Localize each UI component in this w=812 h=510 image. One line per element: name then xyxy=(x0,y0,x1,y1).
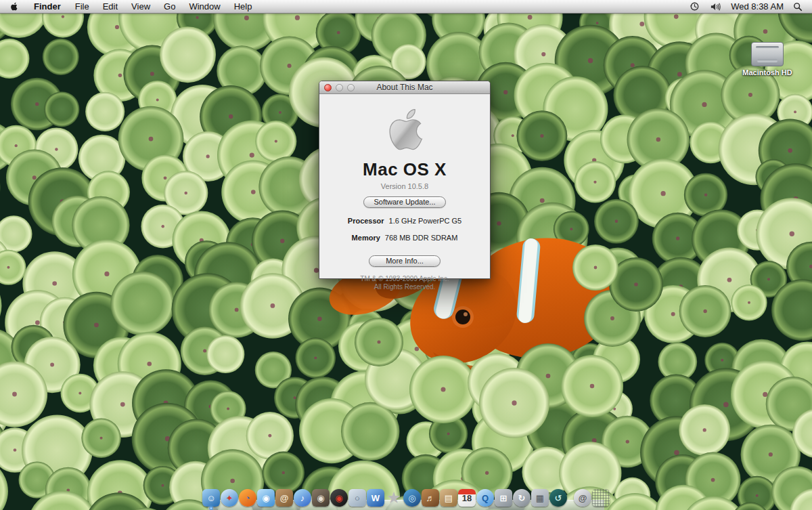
copyright-line1: TM & © 1983-2009 Apple Inc. xyxy=(319,275,490,283)
about-this-mac-window: About This Mac Mac OS X Version 10.5.8 S… xyxy=(319,81,491,279)
isync-icon: ↻ xyxy=(513,489,531,507)
comic-life-icon: ▤ xyxy=(440,489,457,507)
running-indicator xyxy=(210,507,213,510)
dock-item-isync-icon[interactable]: ↻ xyxy=(513,489,531,507)
dock-item-safari-icon[interactable]: ✦ xyxy=(221,489,238,507)
dock-item-itunes-icon[interactable]: ♪ xyxy=(294,489,311,507)
address-book-icon: @ xyxy=(275,489,293,507)
dock: ☺✦◔◉@♪◉◉○W★◎♬▤18Q⊞↻▦↺@ xyxy=(208,483,604,510)
ical-icon: 18 xyxy=(458,489,476,507)
menu-bar: FinderFileEditViewGoWindowHelp Wed 8:38 … xyxy=(0,0,812,14)
processor-row: Processor 1.6 GHz PowerPC G5 xyxy=(319,217,490,225)
preview-icon-glyph: ○ xyxy=(355,493,360,503)
menu-item-help[interactable]: Help xyxy=(227,0,259,13)
dock-item-preview-icon[interactable]: ○ xyxy=(348,489,366,507)
ms-word-icon: W xyxy=(367,489,384,507)
front-row-icon: ⊞ xyxy=(495,489,512,507)
apple-menu[interactable] xyxy=(0,0,26,13)
photo-booth-icon-glyph: ◉ xyxy=(317,493,324,503)
time-machine-icon-glyph: ↺ xyxy=(555,493,562,503)
dock-item-comic-life-icon[interactable]: ▤ xyxy=(440,489,457,507)
garageband-icon-glyph: ♬ xyxy=(426,493,435,503)
imovie-icon: ★ xyxy=(385,489,403,507)
ichat-icon: ◉ xyxy=(257,489,275,507)
desktop-icon-macintosh-hd[interactable]: Macintosh HD xyxy=(739,42,796,77)
volume-menu-icon[interactable] xyxy=(706,0,725,13)
dock-item-front-row-icon[interactable]: ⊞ xyxy=(495,489,512,507)
itunes-icon-glyph: ♪ xyxy=(300,493,305,503)
ical-icon-glyph: 18 xyxy=(462,493,472,503)
webloc-stack-icon-glyph: @ xyxy=(579,493,587,503)
copyright-line2: All Rights Reserved. xyxy=(319,283,490,291)
copyright-text: TM & © 1983-2009 Apple Inc. All Rights R… xyxy=(319,275,490,291)
menu-item-finder[interactable]: Finder xyxy=(26,0,68,13)
comic-life-icon-glyph: ▤ xyxy=(445,493,453,503)
dock-item-ichat-icon[interactable]: ◉ xyxy=(257,489,275,507)
time-machine-icon xyxy=(690,1,700,12)
address-book-icon-glyph: @ xyxy=(280,493,289,503)
dock-item-idvd-icon[interactable]: ◎ xyxy=(403,489,421,507)
dashboard-icon-glyph: ◉ xyxy=(335,493,342,503)
dock-item-photo-booth-icon[interactable]: ◉ xyxy=(312,489,330,507)
os-version: Version 10.5.8 xyxy=(319,182,490,190)
hard-drive-icon xyxy=(751,42,784,66)
menu-item-edit[interactable]: Edit xyxy=(96,0,125,13)
firefox-icon-glyph: ◔ xyxy=(245,493,250,503)
memory-row: Memory 768 MB DDR SDRAM xyxy=(319,234,490,242)
menu-item-view[interactable]: View xyxy=(125,0,157,13)
menu-item-window[interactable]: Window xyxy=(182,0,227,13)
apple-logo-silver xyxy=(384,104,426,155)
window-title: About This Mac xyxy=(319,83,490,92)
dock-item-dashboard-icon[interactable]: ◉ xyxy=(330,489,348,507)
quicktime-icon: Q xyxy=(476,489,494,507)
dock-item-firefox-icon[interactable]: ◔ xyxy=(239,489,256,507)
software-update-button[interactable]: Software Update... xyxy=(363,196,445,208)
dock-item-garageband-icon[interactable]: ♬ xyxy=(422,489,439,507)
menu-item-file[interactable]: File xyxy=(68,0,96,13)
isync-icon-glyph: ↻ xyxy=(518,493,526,503)
itunes-icon: ♪ xyxy=(294,489,311,507)
preview-icon: ○ xyxy=(348,489,366,507)
quicktime-icon-glyph: Q xyxy=(482,493,489,503)
hd-icon-label: Macintosh HD xyxy=(739,68,796,77)
ichat-icon-glyph: ◉ xyxy=(262,493,269,503)
ms-word-icon-glyph: W xyxy=(371,493,380,503)
calculator-icon-glyph: ▦ xyxy=(536,493,544,503)
safari-icon: ✦ xyxy=(221,489,238,507)
webloc-stack-icon: @ xyxy=(574,489,591,507)
volume-icon xyxy=(710,2,721,12)
memory-value: 768 MB DDR SDRAM xyxy=(385,234,458,242)
dock-item-trash-icon[interactable] xyxy=(592,489,610,507)
photo-booth-icon: ◉ xyxy=(312,489,330,507)
garageband-icon: ♬ xyxy=(422,489,439,507)
menu-clock[interactable]: Wed 8:38 AM xyxy=(728,1,786,12)
window-titlebar[interactable]: About This Mac xyxy=(319,81,490,94)
dock-item-finder-icon[interactable]: ☺ xyxy=(202,489,220,507)
dock-item-webloc-stack-icon[interactable]: @ xyxy=(574,489,591,507)
trash-icon xyxy=(592,489,610,507)
dock-item-ical-icon[interactable]: 18 xyxy=(458,489,476,507)
dashboard-icon: ◉ xyxy=(330,489,348,507)
more-info-button[interactable]: More Info... xyxy=(369,255,441,267)
dock-item-address-book-icon[interactable]: @ xyxy=(275,489,293,507)
menu-item-go[interactable]: Go xyxy=(157,0,182,13)
dock-item-time-machine-icon[interactable]: ↺ xyxy=(549,489,567,507)
processor-label: Processor xyxy=(348,217,384,225)
dock-item-quicktime-icon[interactable]: Q xyxy=(476,489,494,507)
os-name: Mac OS X xyxy=(319,159,490,180)
imovie-icon-glyph: ★ xyxy=(386,489,401,507)
spotlight-search-icon xyxy=(793,2,803,12)
dock-item-calculator-icon[interactable]: ▦ xyxy=(531,489,549,507)
front-row-icon-glyph: ⊞ xyxy=(500,493,508,503)
spotlight-menu-icon[interactable] xyxy=(789,0,807,13)
dock-item-ms-word-icon[interactable]: W xyxy=(367,489,384,507)
time-machine-icon: ↺ xyxy=(549,489,567,507)
firefox-icon: ◔ xyxy=(239,489,256,507)
memory-label: Memory xyxy=(352,234,380,242)
apple-logo-icon xyxy=(9,1,18,12)
safari-icon-glyph: ✦ xyxy=(226,493,233,503)
dock-item-imovie-icon[interactable]: ★ xyxy=(385,489,403,507)
calculator-icon: ▦ xyxy=(531,489,549,507)
finder-icon-glyph: ☺ xyxy=(206,493,215,503)
time-machine-menu-icon[interactable] xyxy=(685,0,704,13)
